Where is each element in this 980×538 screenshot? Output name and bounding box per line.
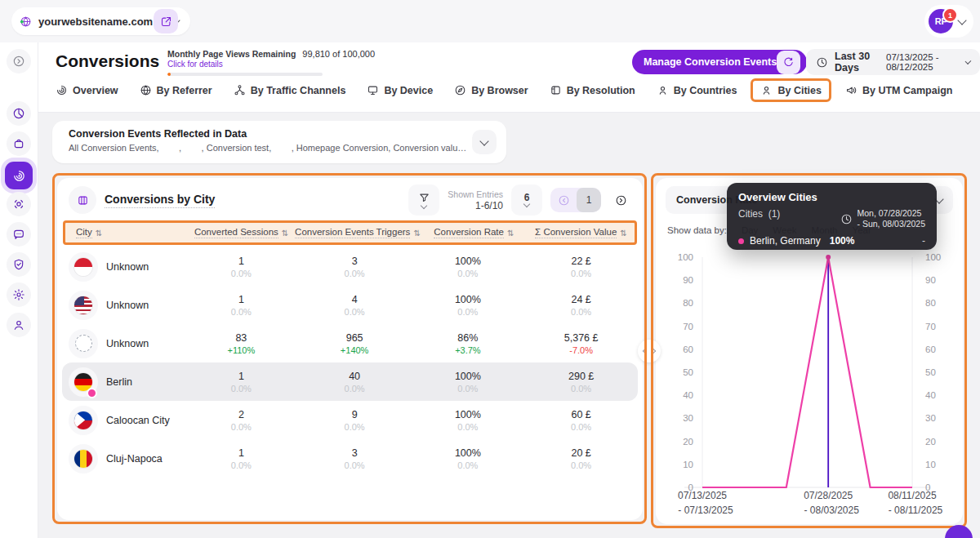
svg-text:- 08/03/2025: - 08/03/2025	[804, 505, 860, 516]
filter-funnel-button[interactable]	[408, 185, 439, 216]
pageviews-details-link[interactable]: Click for details	[167, 60, 339, 69]
city-cell: Berlin	[62, 367, 185, 397]
svg-text:07/13/2025: 07/13/2025	[678, 490, 727, 501]
external-link-icon	[160, 16, 172, 28]
table-row[interactable]: Cluj-Napoca10.0%30.0%100%0.0%20 £0.0%	[62, 439, 638, 478]
sidebar-item-privacy[interactable]	[7, 252, 31, 277]
flag-unknown-icon	[69, 329, 98, 358]
metric-cell: 10.0%	[185, 447, 298, 470]
svg-text:90: 90	[925, 275, 936, 285]
filter-summary: All Conversion Events, , , Conversion te…	[69, 143, 467, 153]
show-data-by-label: Show data by:	[667, 225, 727, 235]
utm-icon	[845, 84, 858, 96]
svg-text:- 08/11/2025: - 08/11/2025	[889, 505, 943, 516]
city-cell: Unknown	[62, 252, 185, 282]
conversion-rate-chart[interactable]: 0010102020303040405050606070708080909010…	[656, 247, 963, 521]
countries-icon	[657, 84, 669, 96]
traffic-channels-icon	[234, 84, 246, 96]
sidebar-item-retargeting[interactable]	[7, 192, 31, 216]
current-page[interactable]: 1	[577, 188, 601, 212]
city-name: Unknown	[106, 300, 149, 311]
column-header[interactable]: Σ Conversion Value⇅	[528, 227, 635, 238]
metric-cell: 290 £0.0%	[524, 371, 638, 393]
metric-cell: 100%0.0%	[412, 371, 525, 393]
metric-cell: 20.0%	[185, 409, 298, 432]
tab-by-cities[interactable]: By Cities	[751, 78, 831, 102]
table-row[interactable]: Unknown83+110%965+140%86%+3.7%5,376 £-7.…	[62, 324, 638, 362]
clock-icon	[840, 213, 853, 225]
table-row[interactable]: Unknown10.0%30.0%100%0.0%22 £0.0%	[62, 247, 638, 286]
svg-text:50: 50	[925, 367, 936, 377]
arrow-left-circle-icon	[558, 194, 570, 207]
prev-page-button[interactable]	[550, 188, 577, 212]
column-header[interactable]: Conversion Events Triggers⇅	[295, 227, 421, 238]
next-page-button[interactable]	[608, 188, 633, 212]
refresh-icon	[782, 56, 795, 69]
metric-cell: 100%0.0%	[412, 409, 525, 432]
date-range: 07/13/2025 - 08/12/2025	[886, 52, 960, 72]
filter-expand-button[interactable]	[472, 130, 497, 154]
city-name: Unknown	[106, 261, 149, 273]
metric-cell: 90.0%	[298, 409, 412, 432]
globe-icon	[20, 16, 32, 28]
tooltip-series-row: Berlin, Germany 100% -	[738, 235, 925, 247]
tab-by-device[interactable]: By Device	[367, 80, 433, 100]
table-row[interactable]: Unknown10.0%40.0%100%0.0%24 £0.0%	[62, 286, 638, 324]
website-name: yourwebsitename.com	[38, 16, 153, 28]
overview-icon	[56, 84, 68, 96]
column-header[interactable]: City⇅	[65, 227, 188, 238]
metric-cell: 100%0.0%	[412, 256, 525, 278]
svg-text:20: 20	[925, 437, 936, 447]
account-menu[interactable]: RF 1	[924, 5, 973, 38]
pie-chart-icon	[12, 107, 25, 120]
page-title: Conversions	[56, 51, 159, 71]
tab-by-resolution[interactable]: By Resolution	[550, 80, 635, 100]
avatar: RF 1	[929, 9, 953, 33]
sort-icon: ⇅	[96, 229, 102, 238]
table-row[interactable]: Berlin10.0%400.0%100%0.0%290 £0.0%	[62, 362, 638, 401]
column-header[interactable]: Converted Sessions⇅	[188, 227, 295, 238]
sidebar-item-messages[interactable]	[7, 222, 31, 247]
retarget-icon	[12, 198, 25, 211]
open-website-button[interactable]	[154, 9, 178, 33]
sidebar-item-settings[interactable]	[7, 282, 31, 307]
metric-cell: 24 £0.0%	[524, 294, 638, 317]
metric-cell: 10.0%	[185, 294, 298, 317]
tab-by-utm-campaign[interactable]: By UTM Campaign	[845, 80, 952, 100]
pageviews-label: Monthly Page Views Remaining	[167, 49, 296, 59]
collapse-icon	[12, 55, 25, 68]
tab-by-traffic-channels[interactable]: By Traffic Channels	[234, 80, 346, 100]
notification-badge: 1	[942, 7, 958, 23]
city-name: Caloocan City	[106, 415, 170, 426]
column-header[interactable]: Conversion Rate⇅	[421, 227, 528, 238]
date-range-picker[interactable]: Last 30 Days 07/13/2025 - 08/12/2025	[806, 49, 980, 75]
conversion-events-filter: Conversion Events Reflected in Data All …	[52, 121, 506, 163]
tab-by-browser[interactable]: By Browser	[454, 80, 528, 100]
refresh-button[interactable]	[777, 51, 800, 74]
table-row[interactable]: Caloocan City20.0%90.0%100%0.0%60 £0.0%	[62, 401, 638, 439]
svg-text:- 07/13/2025: - 07/13/2025	[678, 505, 733, 516]
table-header-row: City⇅Converted Sessions⇅Conversion Event…	[63, 220, 637, 245]
sidebar-item-store[interactable]	[7, 131, 31, 156]
panel-resize-handle[interactable]	[638, 340, 661, 362]
svg-text:100: 100	[678, 252, 693, 262]
tab-by-referrer[interactable]: By Referrer	[140, 80, 212, 100]
tooltip-title: Overview Cities	[738, 191, 925, 203]
sort-icon: ⇅	[620, 229, 626, 238]
metric-cell: 965+140%	[298, 332, 412, 355]
sidebar-item-analytics[interactable]	[7, 101, 31, 126]
svg-text:08/11/2025: 08/11/2025	[888, 490, 936, 501]
sidebar-item-audience[interactable]	[7, 313, 31, 337]
sidebar-item-conversions[interactable]	[5, 162, 33, 189]
svg-text:50: 50	[683, 367, 693, 377]
tooltip-series-value: 100%	[830, 235, 855, 247]
tab-by-countries[interactable]: By Countries	[657, 80, 737, 100]
top-bar: yourwebsitename.com RF 1	[0, 0, 980, 43]
tab-overview[interactable]: Overview	[56, 80, 118, 100]
sort-icon: ⇅	[413, 229, 420, 238]
browser-icon	[454, 84, 466, 96]
conversion-rate-chart-panel: Conversion Rate Show data by: DayWeekMon…	[656, 178, 963, 524]
floating-help-button[interactable]	[945, 525, 973, 538]
sidebar-item-collapse[interactable]	[7, 49, 31, 73]
page-size-select[interactable]: 6	[511, 185, 542, 216]
